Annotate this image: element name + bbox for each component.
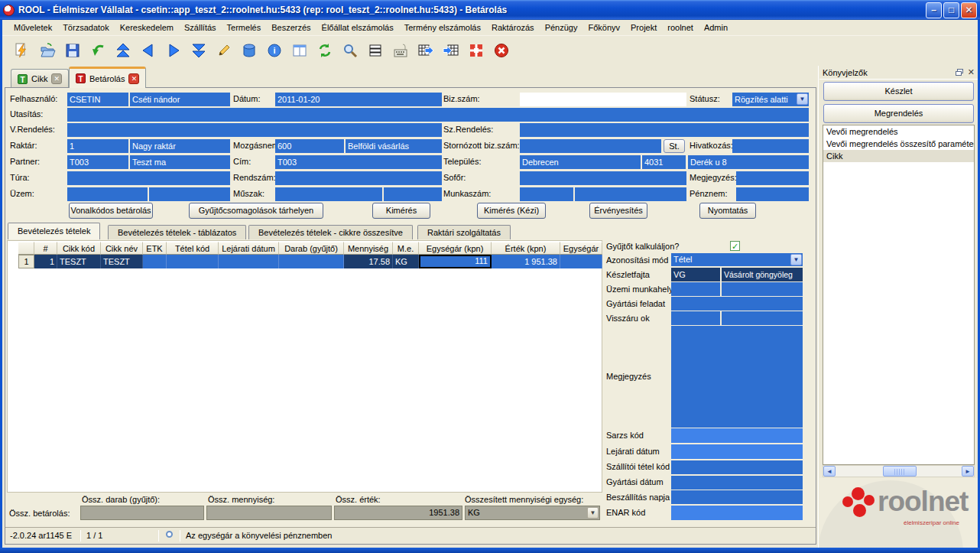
col-tetel-kod[interactable]: Tétel kód: [167, 242, 219, 255]
muszak-code-field[interactable]: [275, 187, 382, 201]
uzem-code-field[interactable]: [67, 187, 148, 201]
table-forward-icon[interactable]: [417, 41, 435, 60]
last-record-icon[interactable]: [190, 41, 208, 60]
minimize-button[interactable]: –: [926, 2, 942, 18]
sidebar-splitter[interactable]: [818, 66, 819, 548]
cells-icon[interactable]: [467, 41, 485, 60]
menu-raktarozas[interactable]: Raktározás: [486, 20, 540, 35]
cim-field[interactable]: T003: [275, 155, 442, 169]
felhasznalo-code-field[interactable]: CSETIN: [67, 93, 128, 106]
statusz-dropdown-icon[interactable]: [797, 93, 808, 105]
list-item-vevoi-megrendeles[interactable]: Vevői megrendelés: [823, 125, 974, 138]
menu-fokonyv[interactable]: Főkönyv: [582, 20, 625, 35]
table-back-icon[interactable]: [442, 41, 460, 60]
cell-egysegar[interactable]: [560, 255, 602, 268]
next-record-icon[interactable]: [164, 41, 183, 60]
cell-etk[interactable]: [143, 255, 167, 268]
col-egysegar[interactable]: Egységár: [560, 242, 602, 255]
cell-egysegar-kpn-selected[interactable]: 111: [419, 255, 492, 268]
refresh-icon[interactable]: [316, 41, 334, 60]
scroll-right-icon[interactable]: [962, 466, 974, 477]
row-header-cell[interactable]: 1: [18, 255, 34, 268]
szrendeles-field[interactable]: [520, 123, 809, 137]
list-item-cikk[interactable]: Cikk: [823, 150, 974, 162]
cell-cikk-nev[interactable]: TESZT: [101, 255, 143, 268]
col-etk[interactable]: ETK: [143, 242, 167, 255]
menu-muveletek[interactable]: Műveletek: [8, 20, 57, 35]
menu-torzsadatok[interactable]: Törzsadatok: [57, 20, 115, 35]
hivatkozas-field[interactable]: [732, 139, 809, 153]
col-ertek-kpn[interactable]: Érték (kpn): [492, 242, 560, 255]
datum-field[interactable]: 2011-01-20: [275, 93, 442, 106]
gyujto-kalkulaljon-checkbox[interactable]: [730, 241, 740, 251]
mozgasnem-code-field[interactable]: 600: [275, 139, 344, 153]
telepules-city-field[interactable]: Debrecen: [520, 155, 641, 169]
bizszam-field[interactable]: [520, 93, 686, 106]
info-icon[interactable]: i: [265, 41, 284, 60]
subtab-tablazatos[interactable]: Bevételezés tételek - táblázatos: [108, 225, 246, 239]
uzemi-munkahely-code-field[interactable]: [671, 282, 720, 296]
beszallitas-napja-field[interactable]: [671, 490, 803, 504]
osszesitett-egyseg-dropdown[interactable]: KG: [465, 506, 600, 520]
cell-ertek-kpn[interactable]: 1 951.38: [492, 255, 560, 268]
tab-cikk[interactable]: T Cikk: [11, 69, 69, 88]
rows-icon[interactable]: [366, 41, 385, 60]
search-icon[interactable]: [341, 41, 359, 60]
edit-icon[interactable]: [215, 41, 233, 60]
tab-cikk-close-icon[interactable]: [51, 73, 62, 84]
felhasznalo-name-field[interactable]: Cséti nándor: [130, 93, 230, 106]
raktar-code-field[interactable]: 1: [67, 139, 128, 153]
kimeres-kezi-button[interactable]: Kimérés (Kézi): [477, 203, 546, 219]
visszaru-ok-code-field[interactable]: [671, 311, 720, 325]
scrollbar-thumb[interactable]: [883, 466, 917, 477]
keszletfajta-code-field[interactable]: VG: [671, 268, 720, 281]
scroll-left-icon[interactable]: [823, 466, 836, 477]
st-button[interactable]: St.: [664, 139, 685, 153]
col-lejarati-datum[interactable]: Lejárati dátum: [219, 242, 279, 255]
keszlet-button[interactable]: Készlet: [823, 82, 974, 101]
previous-record-icon[interactable]: [139, 41, 157, 60]
megrendeles-button[interactable]: Megrendelés: [823, 104, 974, 123]
subtab-raktari-szolgaltatas[interactable]: Raktári szolgáltatás: [417, 225, 511, 239]
first-record-icon[interactable]: [114, 41, 132, 60]
raktar-name-field[interactable]: Nagy raktár: [130, 139, 230, 153]
azonositasi-mod-dropdown[interactable]: Tétel: [671, 253, 803, 266]
gyartasi-datum-field[interactable]: [671, 476, 803, 490]
megjegyzes-field[interactable]: [736, 171, 809, 185]
munkaszam-name-field[interactable]: [575, 187, 686, 201]
mozgasnem-name-field[interactable]: Belföldi vásárlás: [346, 139, 442, 153]
subtab-bevetelezes-tetelek[interactable]: Bevételezés tételek: [8, 223, 100, 239]
detail-megjegyzes-field[interactable]: [671, 326, 803, 428]
menu-admin[interactable]: Admin: [699, 20, 733, 35]
keyboard-icon[interactable]: [391, 41, 410, 60]
menu-szallitas[interactable]: Szállítás: [179, 20, 222, 35]
ervenyesites-button[interactable]: Érvényesítés: [589, 203, 647, 219]
columns-icon[interactable]: [290, 41, 309, 60]
azonositasi-mod-dropdown-icon[interactable]: [790, 254, 802, 265]
telepules-street-field[interactable]: Derék u 8: [688, 155, 809, 169]
col-cikk-kod[interactable]: Cikk kód: [57, 242, 101, 255]
vonalkodos-betarolas-button[interactable]: Vonalkódos betárolás: [69, 203, 153, 219]
float-panel-icon[interactable]: [956, 68, 963, 77]
osszesitett-egyseg-dropdown-icon[interactable]: [587, 507, 599, 519]
col-num[interactable]: #: [34, 242, 57, 255]
partner-name-field[interactable]: Teszt ma: [130, 155, 230, 169]
stop-icon[interactable]: [492, 41, 511, 60]
menu-eloallat[interactable]: Élőállat elszámolás: [316, 20, 399, 35]
cell-lejarati-datum[interactable]: [219, 255, 279, 268]
enar-kod-field[interactable]: [671, 506, 803, 520]
open-icon[interactable]: [38, 41, 57, 60]
col-egysegar-kpn[interactable]: Egységár (kpn): [419, 242, 492, 255]
col-mennyiseg[interactable]: Mennyiség: [344, 242, 393, 255]
menu-roolnet[interactable]: roolnet: [662, 20, 699, 35]
undo-icon[interactable]: [89, 41, 107, 60]
col-cikk-nev[interactable]: Cikk név: [101, 242, 143, 255]
partner-code-field[interactable]: T003: [67, 155, 128, 169]
penznem-field[interactable]: [736, 187, 809, 201]
menu-kereskedelem[interactable]: Kereskedelem: [115, 20, 179, 35]
save-icon[interactable]: [63, 41, 82, 60]
bookmarks-horizontal-scrollbar[interactable]: [823, 465, 975, 477]
col-darab[interactable]: Darab (gyűjtő): [279, 242, 344, 255]
sofor-field[interactable]: [520, 171, 686, 185]
menu-beszerzes[interactable]: Beszerzés: [266, 20, 316, 35]
